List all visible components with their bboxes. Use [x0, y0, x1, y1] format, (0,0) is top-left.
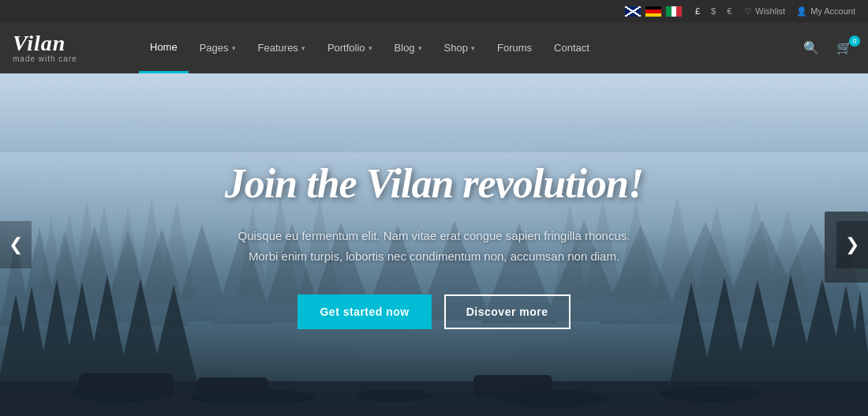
nav-item-home[interactable]: Home — [139, 22, 189, 73]
nav-item-features[interactable]: Features ▾ — [247, 22, 316, 73]
cart-badge: 0 — [849, 36, 860, 47]
hero-prev-button[interactable]: ❮ — [0, 221, 32, 268]
currency-usd[interactable]: $ — [706, 5, 720, 17]
discover-more-button[interactable]: Discover more — [444, 294, 571, 329]
language-flags — [624, 6, 683, 17]
chevron-down-icon: ▾ — [301, 44, 305, 52]
site-logo[interactable]: Vilan made with care — [13, 32, 123, 63]
user-icon: 👤 — [796, 6, 807, 17]
nav-item-shop[interactable]: Shop ▾ — [433, 22, 486, 73]
navbar: Vilan made with care Home Pages ▾ Featur… — [0, 22, 868, 73]
chevron-down-icon: ▾ — [369, 44, 372, 52]
search-button[interactable]: 🔍 — [800, 37, 822, 58]
nav-item-portfolio[interactable]: Portfolio ▾ — [316, 22, 383, 73]
top-bar-links: ♡ Wishlist 👤 My Account — [744, 6, 855, 17]
flag-it[interactable] — [665, 6, 683, 17]
nav-item-contact[interactable]: Contact — [543, 22, 600, 73]
chevron-down-icon: ▾ — [418, 44, 422, 52]
account-link[interactable]: 👤 My Account — [796, 6, 855, 17]
nav-actions: 🔍 🛒 0 — [800, 37, 855, 58]
nav-item-blog[interactable]: Blog ▾ — [383, 22, 433, 73]
nav-item-forums[interactable]: Forums — [486, 22, 543, 73]
logo-text: Vilan — [13, 32, 123, 54]
currency-switcher: £ $ € — [690, 5, 736, 17]
hero-content: Join the Vilan revolution! Quisque eu fe… — [193, 160, 675, 329]
flag-uk[interactable] — [624, 6, 642, 17]
hero-section: ❮ ❯ Join the Vilan revolution! Quisque e… — [0, 73, 868, 416]
hero-subtitle: Quisque eu fermentum elit. Nam vitae era… — [225, 226, 643, 266]
wishlist-link[interactable]: ♡ Wishlist — [744, 6, 785, 17]
get-started-button[interactable]: Get started now — [297, 294, 431, 329]
top-bar: £ $ € ♡ Wishlist 👤 My Account — [0, 0, 868, 22]
hero-buttons: Get started now Discover more — [225, 294, 643, 329]
cart-button[interactable]: 🛒 0 — [833, 37, 855, 58]
currency-eur[interactable]: € — [722, 5, 736, 17]
chevron-down-icon: ▾ — [471, 44, 475, 52]
logo-tagline: made with care — [13, 54, 123, 63]
chevron-left-icon: ❮ — [9, 234, 23, 255]
hero-title: Join the Vilan revolution! — [225, 160, 643, 207]
chevron-right-icon: ❯ — [845, 234, 859, 255]
nav-menu: Home Pages ▾ Features ▾ Portfolio ▾ Blog… — [139, 22, 800, 73]
flag-de[interactable] — [645, 6, 662, 17]
search-icon: 🔍 — [803, 41, 819, 54]
hero-next-button[interactable]: ❯ — [836, 221, 868, 268]
chevron-down-icon: ▾ — [232, 44, 236, 52]
currency-gbp[interactable]: £ — [690, 5, 705, 17]
heart-icon: ♡ — [744, 6, 752, 17]
nav-item-pages[interactable]: Pages ▾ — [189, 22, 247, 73]
